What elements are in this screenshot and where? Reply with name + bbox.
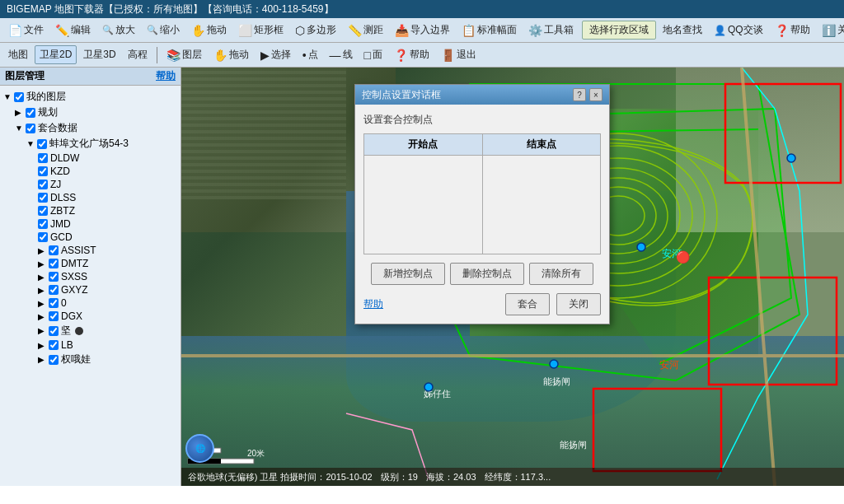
tb-zoomout[interactable]: 🔍缩小 <box>142 21 185 40</box>
tb2-line[interactable]: —线 <box>325 45 358 64</box>
layer-dlss[interactable]: DLSS <box>38 191 177 204</box>
expand-icon[interactable]: ▼ <box>3 92 12 101</box>
layer-overlay[interactable]: ▼ 套合数据 <box>15 120 177 136</box>
tb-drag[interactable]: ✋拖动 <box>186 21 232 40</box>
expand-icon[interactable]: ▼ <box>15 124 23 133</box>
tb-select-region[interactable]: 选择行政区域 <box>582 21 656 40</box>
layer-checkbox[interactable] <box>49 285 59 295</box>
tb-tools[interactable]: ⚙️工具箱 <box>523 21 579 40</box>
dialog-action-buttons: 套合 关闭 <box>505 293 601 315</box>
layer-zbtz[interactable]: ZBTZ <box>38 204 177 217</box>
layer-checkbox[interactable] <box>49 326 59 336</box>
dialog-close-btn[interactable]: × <box>589 88 603 101</box>
tb2-layer[interactable]: 📚图层 <box>162 45 207 64</box>
layer-checkbox[interactable] <box>49 272 59 282</box>
map-area[interactable]: 能扬闸 姊? 安河 能扬闸 姊仔住 能扬闸 🔴 安河 0 20米 100米 <box>181 68 844 486</box>
layer-checkbox[interactable] <box>49 245 59 255</box>
tb-poly[interactable]: ⬡多边形 <box>290 21 341 40</box>
layer-assist[interactable]: ▶ ASSIST <box>38 244 177 257</box>
expand-icon[interactable]: ▶ <box>38 312 46 321</box>
control-point-dialog[interactable]: 控制点设置对话框 ? × 设置套合控制点 开始点 结束点 <box>354 84 610 324</box>
layer-zj[interactable]: ZJ <box>38 178 177 191</box>
tb2-area[interactable]: □面 <box>359 45 387 64</box>
layer-name: DGX <box>61 310 82 322</box>
tb-import[interactable]: 📥导入边界 <box>390 21 455 40</box>
tb2-help2[interactable]: ❓帮助 <box>389 45 434 64</box>
tb-edit[interactable]: ✏️编辑 <box>50 21 96 40</box>
map-coordinates: 经纬度：117.3... <box>485 471 551 483</box>
layer-plan[interactable]: ▶ 规划 <box>15 105 177 120</box>
layer-checkbox[interactable] <box>49 355 59 365</box>
tb-standard-label: 标准幅面 <box>477 23 517 37</box>
layer-checkbox[interactable] <box>38 219 48 229</box>
layer-checkbox[interactable] <box>38 166 48 176</box>
tb2-map[interactable]: 地图 <box>3 45 33 64</box>
layer-checkbox[interactable] <box>37 139 47 149</box>
expand-icon[interactable]: ▶ <box>15 108 23 117</box>
tb-zoomin[interactable]: 🔍放大 <box>97 21 140 40</box>
layer-dmtz[interactable]: ▶ DMTZ <box>38 257 177 270</box>
tb-rect-label: 矩形框 <box>254 23 284 37</box>
tb-place-search[interactable]: 地名查找 <box>658 21 707 40</box>
layer-checkbox[interactable] <box>38 232 48 242</box>
expand-icon[interactable]: ▶ <box>38 259 46 268</box>
expand-icon[interactable]: ▶ <box>38 273 46 282</box>
layer-gcd[interactable]: GCD <box>38 231 177 244</box>
tb-qq-label: QQ交谈 <box>728 23 763 37</box>
tb2-sat2d[interactable]: 卫星2D <box>35 45 77 64</box>
expand-icon[interactable]: ▶ <box>38 246 46 255</box>
layer-dgx[interactable]: ▶ DGX <box>38 310 177 323</box>
sidebar-help[interactable]: 帮助 <box>156 69 176 83</box>
layer-checkbox[interactable] <box>26 108 35 118</box>
layer-checkbox[interactable] <box>38 206 48 216</box>
layer-checkbox[interactable] <box>38 180 48 189</box>
tb-qq[interactable]: 👤QQ交谈 <box>709 21 768 40</box>
layer-checkbox[interactable] <box>49 311 59 321</box>
layer-lb[interactable]: ▶ LB <box>38 338 177 352</box>
layer-quohwa[interactable]: ▶ 权哦娃 <box>38 352 177 367</box>
layer-0[interactable]: ▶ 0 <box>38 296 177 310</box>
tb-help[interactable]: ❓帮助 <box>770 21 815 40</box>
tb2-map-label: 地图 <box>8 48 28 62</box>
layer-gxyz[interactable]: ▶ GXYZ <box>38 283 177 296</box>
tb2-exit[interactable]: 🚪退出 <box>436 45 481 64</box>
tb-standard[interactable]: 📋标准幅面 <box>457 21 522 40</box>
tb-rect[interactable]: ⬜矩形框 <box>233 21 288 40</box>
expand-icon[interactable]: ▶ <box>38 355 46 364</box>
layer-checkbox[interactable] <box>38 153 48 163</box>
layer-checkbox[interactable] <box>26 124 35 133</box>
layer-checkbox[interactable] <box>38 193 48 203</box>
expand-icon[interactable]: ▶ <box>38 286 46 295</box>
layer-checkbox[interactable] <box>49 259 59 268</box>
tb-measure[interactable]: 📏测距 <box>343 21 388 40</box>
tb-about[interactable]: ℹ️关于 <box>817 21 844 40</box>
layer-my-layers[interactable]: ▼ 我的图层 <box>3 89 177 105</box>
delete-control-point-btn[interactable]: 删除控制点 <box>450 263 524 285</box>
expand-icon[interactable]: ▶ <box>38 341 46 350</box>
layer-bengbu[interactable]: ▼ 蚌埠文化广场54-3 <box>26 136 177 152</box>
close-btn[interactable]: 关闭 <box>556 293 601 315</box>
tb2-select[interactable]: ▶选择 <box>256 45 296 64</box>
expand-icon[interactable]: ▶ <box>38 326 46 335</box>
layer-jmd[interactable]: JMD <box>38 217 177 231</box>
layer-checkbox[interactable] <box>49 340 59 350</box>
tb2-drag2[interactable]: ✋拖动 <box>209 45 254 64</box>
expand-icon[interactable]: ▶ <box>38 299 46 308</box>
tb2-elevation[interactable]: 高程 <box>123 45 152 64</box>
layer-sxss[interactable]: ▶ SXSS <box>38 270 177 283</box>
tb2-sat3d[interactable]: 卫星3D <box>78 45 120 64</box>
expand-icon[interactable]: ▼ <box>26 139 35 148</box>
tb-file[interactable]: 📄文件 <box>3 21 49 40</box>
layer-firm[interactable]: ▶ 坚 <box>38 323 177 338</box>
tb2-point[interactable]: •点 <box>298 45 323 64</box>
layer-checkbox[interactable] <box>14 92 24 102</box>
dialog-question-btn[interactable]: ? <box>573 88 586 101</box>
add-control-point-btn[interactable]: 新增控制点 <box>371 263 445 285</box>
overlay-btn[interactable]: 套合 <box>505 293 550 315</box>
dialog-bottom-row: 帮助 套合 关闭 <box>363 293 601 315</box>
layer-kzd[interactable]: KZD <box>38 165 177 178</box>
clear-all-btn[interactable]: 清除所有 <box>529 263 593 285</box>
layer-checkbox[interactable] <box>49 298 59 308</box>
dialog-help-link[interactable]: 帮助 <box>363 297 383 311</box>
layer-dldw[interactable]: DLDW <box>38 152 177 165</box>
